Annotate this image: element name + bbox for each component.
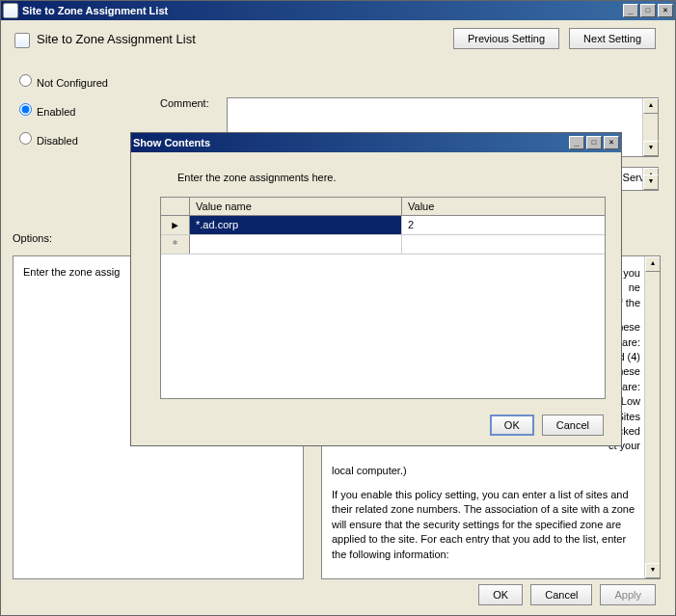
grid-header: Value name Value: [161, 198, 605, 216]
table-row[interactable]: ▶ *.ad.corp 2: [161, 216, 605, 235]
minimize-button[interactable]: _: [569, 136, 584, 149]
radio-not-configured-input[interactable]: [19, 74, 32, 87]
radio-disabled-input[interactable]: [19, 132, 32, 145]
policy-icon: [3, 3, 18, 18]
bottom-buttons: OK Cancel Apply: [478, 584, 656, 605]
window-title: Site to Zone Assignment List: [22, 5, 623, 16]
scroll-up-icon[interactable]: ▲: [643, 98, 659, 114]
options-label: Options:: [13, 232, 52, 244]
scroll-down-icon[interactable]: ▼: [643, 174, 659, 190]
dialog-ok-button[interactable]: OK: [490, 415, 534, 436]
radio-not-configured[interactable]: Not Configured: [14, 71, 662, 89]
show-contents-dialog: Show Contents _ ☐ ✕ Enter the zone assig…: [130, 132, 622, 446]
dialog-buttons: OK Cancel: [490, 415, 604, 436]
dialog-prompt: Enter the zone assignments here.: [177, 172, 606, 183]
next-setting-button[interactable]: Next Setting: [569, 28, 656, 49]
grid-corner: [161, 198, 190, 215]
main-titlebar: Site to Zone Assignment List _ ☐ ✕: [1, 1, 675, 20]
maximize-button[interactable]: ☐: [586, 136, 602, 149]
new-row-icon: *: [161, 235, 190, 254]
cancel-button[interactable]: Cancel: [530, 584, 592, 605]
col-value[interactable]: Value: [402, 198, 605, 215]
options-text: Enter the zone assig: [23, 266, 120, 278]
cell-value-name[interactable]: [190, 235, 402, 254]
scroll-down-icon[interactable]: ▼: [643, 141, 659, 156]
policy-icon: [14, 33, 30, 48]
cell-value[interactable]: [402, 235, 605, 254]
radio-enabled-input[interactable]: [19, 103, 32, 116]
minimize-button[interactable]: _: [623, 4, 638, 17]
window-controls: _ ☐ ✕: [623, 4, 673, 17]
page-title: Site to Zone Assignment List: [37, 32, 196, 46]
scroll-up-icon[interactable]: ▲: [645, 256, 661, 272]
dialog-cancel-button[interactable]: Cancel: [542, 415, 604, 436]
supported-scrollbar[interactable]: ▲ ▼: [642, 168, 658, 190]
cell-value[interactable]: 2: [402, 216, 605, 234]
col-value-name[interactable]: Value name: [190, 198, 402, 215]
comment-label: Comment:: [160, 97, 209, 109]
cell-value-name[interactable]: *.ad.corp: [190, 216, 402, 234]
table-row-new[interactable]: *: [161, 235, 605, 254]
maximize-button[interactable]: ☐: [640, 4, 656, 17]
dialog-window-controls: _ ☐ ✕: [569, 136, 619, 149]
row-indicator-icon: ▶: [161, 216, 190, 234]
scroll-down-icon[interactable]: ▼: [645, 563, 661, 578]
apply-button[interactable]: Apply: [600, 584, 656, 605]
ok-button[interactable]: OK: [478, 584, 523, 605]
zone-grid[interactable]: Value name Value ▶ *.ad.corp 2 *: [160, 197, 606, 399]
close-button[interactable]: ✕: [658, 4, 673, 17]
nav-buttons: Previous Setting Next Setting: [453, 28, 656, 49]
dialog-titlebar: Show Contents _ ☐ ✕: [131, 133, 621, 152]
previous-setting-button[interactable]: Previous Setting: [453, 28, 559, 49]
close-button[interactable]: ✕: [604, 136, 619, 149]
help-scrollbar[interactable]: ▲ ▼: [644, 256, 660, 578]
dialog-title: Show Contents: [133, 137, 569, 148]
comment-scrollbar[interactable]: ▲ ▼: [642, 98, 658, 156]
